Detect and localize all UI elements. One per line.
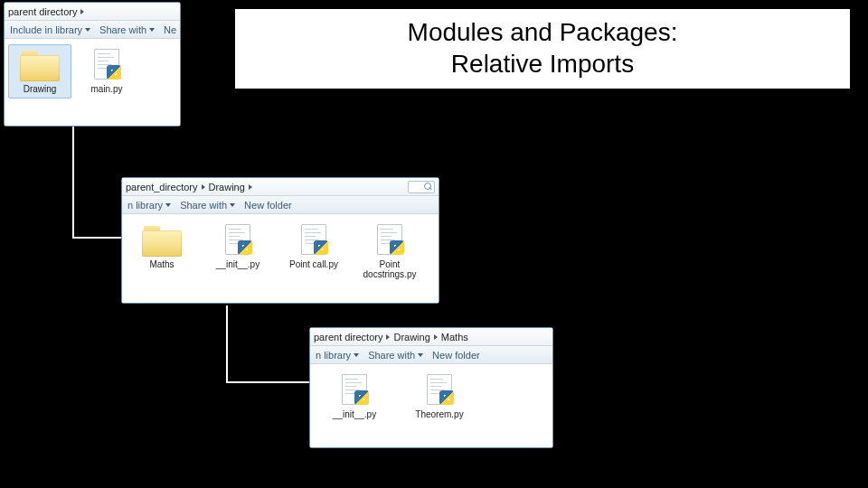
share-with-button[interactable]: Share with	[368, 350, 423, 361]
breadcrumb[interactable]: parent_directory Drawing	[126, 182, 406, 192]
connector-line	[72, 127, 74, 239]
toolbar: n library Share with New folder	[310, 346, 552, 364]
file-item-init-py[interactable]: __init__.py	[314, 370, 395, 424]
title-line-1: Modules and Packages:	[408, 18, 678, 46]
connector-line	[72, 237, 121, 239]
breadcrumb-segment[interactable]: Drawing	[209, 182, 245, 192]
item-label: Maths	[149, 259, 174, 269]
file-item-main-py[interactable]: main.py	[75, 44, 138, 99]
chevron-down-icon	[418, 353, 423, 357]
item-label: Point docstrings.py	[356, 259, 423, 279]
folder-item-drawing[interactable]: Drawing	[8, 44, 71, 99]
python-file-icon	[338, 374, 371, 407]
address-bar[interactable]: parent directory	[5, 3, 180, 21]
breadcrumb-segment[interactable]: Drawing	[393, 332, 429, 343]
folder-icon	[142, 224, 182, 257]
python-file-icon	[297, 224, 330, 257]
breadcrumb[interactable]: parent directory Drawing Maths	[314, 332, 549, 343]
chevron-down-icon	[149, 28, 155, 32]
toolbar: Include in library Share with Ne	[5, 21, 180, 39]
breadcrumb-segment[interactable]: parent directory	[8, 6, 77, 17]
folder-item-maths[interactable]: Maths	[126, 220, 198, 284]
chevron-right-icon	[386, 334, 390, 340]
chevron-down-icon	[165, 203, 171, 207]
new-folder-button[interactable]: New folder	[244, 200, 292, 211]
file-list: __init__.py Theorem.py	[310, 364, 552, 447]
include-in-library-button[interactable]: n library	[127, 200, 171, 211]
file-item-point-docstrings-py[interactable]: Point docstrings.py	[354, 220, 426, 284]
connector-line	[226, 381, 309, 383]
share-with-button[interactable]: Share with	[180, 200, 235, 211]
slide-title: Modules and Packages: Relative Imports	[235, 9, 850, 89]
search-icon	[424, 183, 432, 191]
share-with-button[interactable]: Share with	[99, 24, 155, 35]
chevron-right-icon	[434, 334, 438, 340]
chevron-down-icon	[230, 203, 235, 207]
explorer-window-maths: parent directory Drawing Maths n library…	[309, 327, 553, 448]
breadcrumb-segment[interactable]: parent directory	[314, 332, 382, 343]
item-label: Drawing	[24, 84, 57, 94]
breadcrumb-segment[interactable]: parent_directory	[126, 182, 198, 192]
include-in-library-button[interactable]: n library	[316, 350, 359, 361]
file-item-init-py[interactable]: __init__.py	[202, 220, 274, 284]
new-folder-button[interactable]: Ne	[164, 24, 176, 35]
breadcrumb[interactable]: parent directory	[8, 6, 176, 17]
folder-icon	[20, 49, 60, 81]
python-file-icon	[90, 49, 123, 81]
search-input[interactable]	[408, 181, 435, 193]
include-in-library-button[interactable]: Include in library	[10, 24, 90, 35]
file-list: Maths __init__.py Point call.py Point do…	[122, 214, 439, 303]
file-item-point-call-py[interactable]: Point call.py	[278, 220, 350, 284]
address-bar[interactable]: parent directory Drawing Maths	[310, 328, 552, 346]
new-folder-button[interactable]: New folder	[432, 350, 480, 361]
address-bar[interactable]: parent_directory Drawing	[122, 178, 439, 196]
explorer-window-drawing: parent_directory Drawing n library Share…	[121, 177, 439, 304]
chevron-right-icon	[80, 9, 84, 14]
python-file-icon	[222, 224, 254, 257]
python-file-icon	[373, 224, 406, 257]
chevron-right-icon	[202, 184, 205, 190]
toolbar: n library Share with New folder	[122, 196, 439, 214]
file-list: Drawing main.py	[5, 39, 180, 126]
item-label: __init__.py	[216, 259, 259, 269]
item-label: Theorem.py	[415, 409, 463, 419]
breadcrumb-segment[interactable]: Maths	[441, 332, 468, 343]
file-item-theorem-py[interactable]: Theorem.py	[399, 370, 480, 424]
item-label: main.py	[90, 84, 122, 94]
python-file-icon	[423, 374, 456, 407]
item-label: __init__.py	[333, 409, 376, 419]
connector-line	[226, 305, 228, 383]
chevron-right-icon	[249, 184, 252, 190]
explorer-window-parent: parent directory Include in library Shar…	[4, 2, 181, 127]
title-line-2: Relative Imports	[451, 50, 634, 78]
chevron-down-icon	[85, 28, 90, 32]
item-label: Point call.py	[289, 259, 338, 269]
chevron-down-icon	[354, 353, 359, 357]
